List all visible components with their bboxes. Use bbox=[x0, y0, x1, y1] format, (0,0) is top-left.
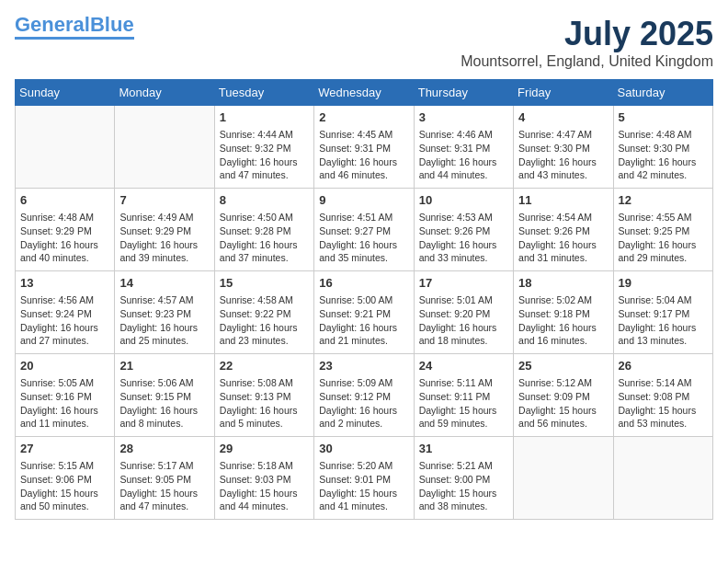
day-number: 7 bbox=[119, 192, 209, 209]
calendar-day-cell: 29Sunrise: 5:18 AM Sunset: 9:03 PM Dayli… bbox=[214, 437, 313, 520]
calendar-week-row: 27Sunrise: 5:15 AM Sunset: 9:06 PM Dayli… bbox=[16, 437, 713, 520]
day-info: Sunrise: 5:21 AM Sunset: 9:00 PM Dayligh… bbox=[419, 459, 508, 513]
calendar-day-cell bbox=[613, 437, 712, 520]
calendar-week-row: 1Sunrise: 4:44 AM Sunset: 9:32 PM Daylig… bbox=[16, 106, 713, 189]
day-info: Sunrise: 5:01 AM Sunset: 9:20 PM Dayligh… bbox=[419, 293, 508, 348]
day-number: 14 bbox=[119, 275, 209, 292]
day-number: 18 bbox=[518, 275, 608, 292]
calendar-day-cell: 23Sunrise: 5:09 AM Sunset: 9:12 PM Dayli… bbox=[314, 354, 414, 437]
day-number: 8 bbox=[220, 192, 309, 209]
day-info: Sunrise: 4:57 AM Sunset: 9:23 PM Dayligh… bbox=[119, 293, 209, 348]
location: Mountsorrel, England, United Kingdom bbox=[461, 53, 713, 70]
calendar-day-cell: 2Sunrise: 4:45 AM Sunset: 9:31 PM Daylig… bbox=[314, 106, 414, 189]
calendar-day-cell: 27Sunrise: 5:15 AM Sunset: 9:06 PM Dayli… bbox=[16, 437, 115, 520]
day-number: 25 bbox=[518, 358, 608, 374]
day-info: Sunrise: 5:18 AM Sunset: 9:03 PM Dayligh… bbox=[220, 459, 309, 513]
day-number: 2 bbox=[319, 109, 408, 126]
day-info: Sunrise: 4:49 AM Sunset: 9:29 PM Dayligh… bbox=[119, 211, 209, 265]
day-number: 23 bbox=[319, 358, 408, 374]
calendar-day-cell: 1Sunrise: 4:44 AM Sunset: 9:32 PM Daylig… bbox=[214, 106, 313, 189]
day-number: 6 bbox=[20, 192, 109, 209]
logo-underline bbox=[15, 37, 134, 40]
header: GeneralBlue July 2025 Mountsorrel, Engla… bbox=[15, 15, 713, 70]
calendar-day-cell: 31Sunrise: 5:21 AM Sunset: 9:00 PM Dayli… bbox=[414, 437, 513, 520]
day-number: 28 bbox=[119, 441, 209, 457]
day-number: 31 bbox=[419, 441, 508, 457]
day-of-week-header: Thursday bbox=[414, 80, 513, 106]
calendar-week-row: 20Sunrise: 5:05 AM Sunset: 9:16 PM Dayli… bbox=[16, 354, 713, 437]
day-of-week-header: Friday bbox=[514, 80, 613, 106]
calendar-day-cell bbox=[514, 437, 613, 520]
calendar-day-cell bbox=[115, 106, 214, 189]
day-info: Sunrise: 5:20 AM Sunset: 9:01 PM Dayligh… bbox=[319, 459, 408, 513]
calendar-week-row: 13Sunrise: 4:56 AM Sunset: 9:24 PM Dayli… bbox=[16, 271, 713, 354]
day-number: 29 bbox=[220, 441, 309, 457]
calendar-day-cell: 13Sunrise: 4:56 AM Sunset: 9:24 PM Dayli… bbox=[16, 271, 115, 354]
day-number: 19 bbox=[619, 275, 708, 292]
day-number: 16 bbox=[319, 275, 408, 292]
day-number: 17 bbox=[419, 275, 508, 292]
calendar-day-cell: 17Sunrise: 5:01 AM Sunset: 9:20 PM Dayli… bbox=[414, 271, 513, 354]
month-year: July 2025 bbox=[461, 15, 713, 53]
day-number: 1 bbox=[220, 109, 309, 126]
day-info: Sunrise: 5:15 AM Sunset: 9:06 PM Dayligh… bbox=[20, 459, 109, 513]
calendar-day-cell: 21Sunrise: 5:06 AM Sunset: 9:15 PM Dayli… bbox=[115, 354, 214, 437]
day-info: Sunrise: 4:48 AM Sunset: 9:30 PM Dayligh… bbox=[619, 128, 708, 182]
day-info: Sunrise: 5:11 AM Sunset: 9:11 PM Dayligh… bbox=[419, 376, 508, 431]
calendar-week-row: 6Sunrise: 4:48 AM Sunset: 9:29 PM Daylig… bbox=[16, 189, 713, 271]
calendar-day-cell: 19Sunrise: 5:04 AM Sunset: 9:17 PM Dayli… bbox=[613, 271, 712, 354]
calendar-header-row: SundayMondayTuesdayWednesdayThursdayFrid… bbox=[16, 80, 713, 106]
day-number: 21 bbox=[119, 358, 209, 374]
day-info: Sunrise: 5:14 AM Sunset: 9:08 PM Dayligh… bbox=[619, 376, 708, 431]
calendar-day-cell: 12Sunrise: 4:55 AM Sunset: 9:25 PM Dayli… bbox=[613, 189, 712, 271]
calendar-day-cell: 20Sunrise: 5:05 AM Sunset: 9:16 PM Dayli… bbox=[16, 354, 115, 437]
calendar-day-cell: 7Sunrise: 4:49 AM Sunset: 9:29 PM Daylig… bbox=[115, 189, 214, 271]
calendar-day-cell: 15Sunrise: 4:58 AM Sunset: 9:22 PM Dayli… bbox=[214, 271, 313, 354]
day-info: Sunrise: 4:48 AM Sunset: 9:29 PM Dayligh… bbox=[20, 211, 109, 265]
calendar-body: 1Sunrise: 4:44 AM Sunset: 9:32 PM Daylig… bbox=[16, 106, 713, 520]
calendar-day-cell: 22Sunrise: 5:08 AM Sunset: 9:13 PM Dayli… bbox=[214, 354, 313, 437]
logo: GeneralBlue bbox=[15, 15, 134, 40]
day-info: Sunrise: 5:05 AM Sunset: 9:16 PM Dayligh… bbox=[20, 376, 109, 431]
day-of-week-header: Sunday bbox=[16, 80, 115, 106]
day-info: Sunrise: 5:00 AM Sunset: 9:21 PM Dayligh… bbox=[319, 293, 408, 348]
calendar-day-cell: 14Sunrise: 4:57 AM Sunset: 9:23 PM Dayli… bbox=[115, 271, 214, 354]
logo-blue: Blue bbox=[90, 13, 134, 36]
day-info: Sunrise: 5:02 AM Sunset: 9:18 PM Dayligh… bbox=[518, 293, 608, 348]
day-info: Sunrise: 5:04 AM Sunset: 9:17 PM Dayligh… bbox=[619, 293, 708, 348]
day-info: Sunrise: 4:53 AM Sunset: 9:26 PM Dayligh… bbox=[419, 211, 508, 265]
day-number: 30 bbox=[319, 441, 408, 457]
calendar-day-cell: 26Sunrise: 5:14 AM Sunset: 9:08 PM Dayli… bbox=[613, 354, 712, 437]
day-number: 24 bbox=[419, 358, 508, 374]
day-number: 9 bbox=[319, 192, 408, 209]
day-number: 20 bbox=[20, 358, 109, 374]
calendar-day-cell: 8Sunrise: 4:50 AM Sunset: 9:28 PM Daylig… bbox=[214, 189, 313, 271]
calendar-table: SundayMondayTuesdayWednesdayThursdayFrid… bbox=[15, 79, 713, 520]
day-number: 3 bbox=[419, 109, 508, 126]
day-info: Sunrise: 4:51 AM Sunset: 9:27 PM Dayligh… bbox=[319, 211, 408, 265]
day-number: 10 bbox=[419, 192, 508, 209]
calendar-day-cell: 25Sunrise: 5:12 AM Sunset: 9:09 PM Dayli… bbox=[514, 354, 613, 437]
day-number: 11 bbox=[518, 192, 608, 209]
day-info: Sunrise: 5:09 AM Sunset: 9:12 PM Dayligh… bbox=[319, 376, 408, 431]
calendar-day-cell: 30Sunrise: 5:20 AM Sunset: 9:01 PM Dayli… bbox=[314, 437, 414, 520]
calendar-day-cell: 28Sunrise: 5:17 AM Sunset: 9:05 PM Dayli… bbox=[115, 437, 214, 520]
day-number: 4 bbox=[518, 109, 608, 126]
day-info: Sunrise: 4:45 AM Sunset: 9:31 PM Dayligh… bbox=[319, 128, 408, 182]
calendar-day-cell: 4Sunrise: 4:47 AM Sunset: 9:30 PM Daylig… bbox=[514, 106, 613, 189]
day-info: Sunrise: 4:55 AM Sunset: 9:25 PM Dayligh… bbox=[619, 211, 708, 265]
day-info: Sunrise: 5:12 AM Sunset: 9:09 PM Dayligh… bbox=[518, 376, 608, 431]
logo-general: General bbox=[15, 13, 90, 36]
calendar-day-cell: 3Sunrise: 4:46 AM Sunset: 9:31 PM Daylig… bbox=[414, 106, 513, 189]
calendar-day-cell: 9Sunrise: 4:51 AM Sunset: 9:27 PM Daylig… bbox=[314, 189, 414, 271]
day-number: 15 bbox=[220, 275, 309, 292]
day-info: Sunrise: 5:17 AM Sunset: 9:05 PM Dayligh… bbox=[119, 459, 209, 513]
calendar-day-cell: 6Sunrise: 4:48 AM Sunset: 9:29 PM Daylig… bbox=[16, 189, 115, 271]
calendar-day-cell bbox=[16, 106, 115, 189]
day-info: Sunrise: 4:50 AM Sunset: 9:28 PM Dayligh… bbox=[220, 211, 309, 265]
day-number: 22 bbox=[220, 358, 309, 374]
day-info: Sunrise: 4:58 AM Sunset: 9:22 PM Dayligh… bbox=[220, 293, 309, 348]
calendar-day-cell: 18Sunrise: 5:02 AM Sunset: 9:18 PM Dayli… bbox=[514, 271, 613, 354]
day-of-week-header: Saturday bbox=[613, 80, 712, 106]
calendar-day-cell: 16Sunrise: 5:00 AM Sunset: 9:21 PM Dayli… bbox=[314, 271, 414, 354]
